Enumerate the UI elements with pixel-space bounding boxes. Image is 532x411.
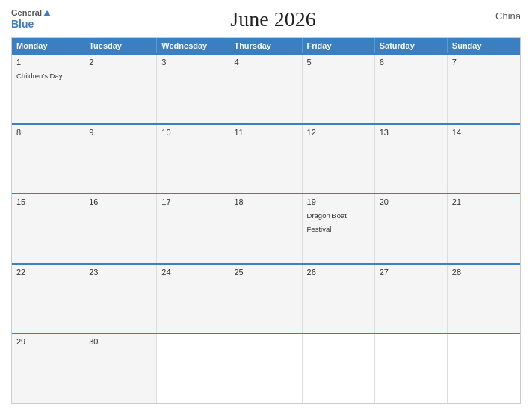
week-3: 15 16 17 18 19Dragon BoatFestival 20 21 bbox=[12, 193, 520, 263]
cell-16: 16 bbox=[84, 194, 157, 263]
cell-20: 20 bbox=[375, 194, 448, 263]
cell-6: 6 bbox=[375, 55, 448, 123]
cell-23: 23 bbox=[84, 265, 157, 333]
cell-empty-4 bbox=[375, 334, 448, 403]
cell-8: 8 bbox=[12, 125, 84, 194]
cell-17: 17 bbox=[157, 194, 229, 263]
cell-4: 4 bbox=[229, 55, 302, 123]
cell-26: 26 bbox=[303, 265, 375, 333]
header-wednesday: Wednesday bbox=[157, 38, 229, 53]
cell-22: 22 bbox=[12, 265, 84, 333]
cell-9: 9 bbox=[84, 125, 157, 194]
cell-15: 15 bbox=[12, 194, 84, 263]
cell-empty-3 bbox=[303, 334, 375, 403]
week-4: 22 23 24 25 26 27 28 bbox=[12, 263, 520, 333]
header-friday: Friday bbox=[303, 38, 375, 53]
header-monday: Monday bbox=[12, 38, 84, 53]
cell-18: 18 bbox=[229, 194, 302, 263]
cell-3: 3 bbox=[157, 55, 229, 123]
week-2: 8 9 10 11 12 13 14 bbox=[12, 123, 520, 194]
calendar-title: June 2026 bbox=[230, 7, 315, 31]
logo: General Blue bbox=[11, 8, 51, 31]
logo-general: General bbox=[11, 8, 51, 18]
cell-14: 14 bbox=[448, 125, 520, 194]
week-5: 29 30 bbox=[12, 333, 520, 403]
cell-12: 12 bbox=[303, 125, 375, 194]
cell-11: 11 bbox=[229, 125, 302, 194]
cell-29: 29 bbox=[12, 334, 84, 403]
cell-19: 19Dragon BoatFestival bbox=[303, 194, 375, 263]
header-saturday: Saturday bbox=[375, 38, 448, 53]
cell-empty-2 bbox=[229, 334, 302, 403]
cell-25: 25 bbox=[229, 265, 302, 333]
header-thursday: Thursday bbox=[229, 38, 302, 53]
calendar-body: 1Children's Day 2 3 4 5 6 7 8 9 10 11 12… bbox=[12, 53, 520, 403]
calendar-header: Monday Tuesday Wednesday Thursday Friday… bbox=[12, 38, 520, 53]
cell-30: 30 bbox=[84, 334, 157, 403]
cell-21: 21 bbox=[448, 194, 520, 263]
page-header: General Blue June 2026 China bbox=[11, 7, 521, 31]
cell-10: 10 bbox=[157, 125, 229, 194]
cell-24: 24 bbox=[157, 265, 229, 333]
country-label: China bbox=[495, 10, 521, 22]
cell-27: 27 bbox=[375, 265, 448, 333]
cell-28: 28 bbox=[448, 265, 520, 333]
cell-1: 1Children's Day bbox=[12, 55, 84, 123]
cell-7: 7 bbox=[448, 55, 520, 123]
logo-blue: Blue bbox=[11, 18, 51, 31]
week-1: 1Children's Day 2 3 4 5 6 7 bbox=[12, 53, 520, 123]
cell-5: 5 bbox=[303, 55, 375, 123]
cell-empty-1 bbox=[157, 334, 229, 403]
cell-2: 2 bbox=[84, 55, 157, 123]
cell-13: 13 bbox=[375, 125, 448, 194]
calendar: Monday Tuesday Wednesday Thursday Friday… bbox=[11, 37, 521, 404]
cell-empty-5 bbox=[448, 334, 520, 403]
header-tuesday: Tuesday bbox=[84, 38, 157, 53]
header-sunday: Sunday bbox=[448, 38, 520, 53]
